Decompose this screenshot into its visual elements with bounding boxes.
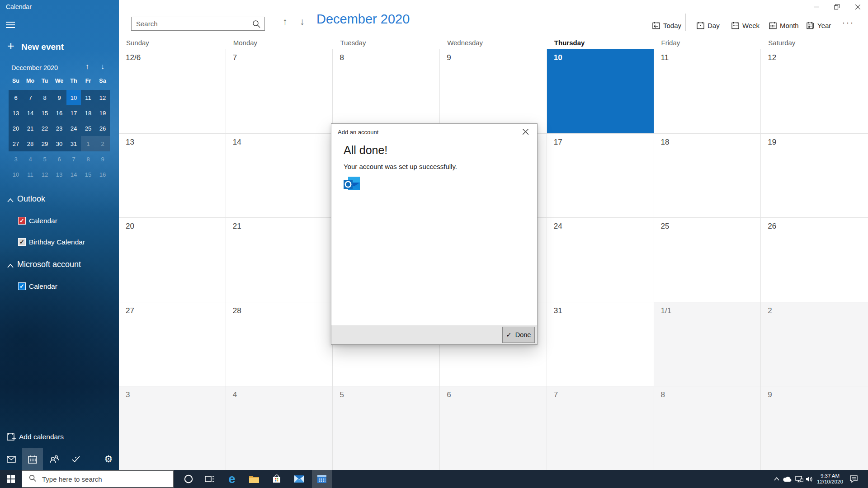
volume-icon[interactable] bbox=[804, 470, 815, 488]
mini-calendar-day-cell[interactable]: 12 bbox=[95, 90, 110, 105]
mini-calendar-day-cell[interactable]: 21 bbox=[23, 121, 38, 136]
mini-calendar-day-cell[interactable]: 11 bbox=[81, 90, 95, 105]
calendar-icon[interactable] bbox=[22, 448, 43, 470]
next-month-arrow-icon[interactable]: ↓ bbox=[300, 16, 305, 27]
network-icon[interactable] bbox=[794, 470, 805, 488]
mini-calendar-prev-arrow-icon[interactable]: ↑ bbox=[82, 62, 93, 71]
mini-calendar-day-cell[interactable]: 16 bbox=[52, 105, 66, 121]
mini-calendar-day-cell[interactable]: 10 bbox=[9, 167, 23, 182]
cortana-icon[interactable] bbox=[179, 470, 198, 488]
calendar-cell[interactable]: 9 bbox=[761, 386, 868, 470]
calendar-cell[interactable]: 9 bbox=[440, 49, 547, 133]
mini-calendar-day-cell[interactable]: 22 bbox=[38, 121, 52, 136]
calendar-cell[interactable]: 21 bbox=[226, 217, 333, 302]
mini-calendar-day-cell[interactable]: 6 bbox=[52, 151, 66, 167]
settings-gear-icon[interactable]: ⚙ bbox=[99, 448, 118, 470]
more-options-button[interactable]: ··· bbox=[842, 18, 854, 28]
mini-calendar-day-cell[interactable]: 15 bbox=[81, 167, 95, 182]
calendar-cell[interactable]: 1/1 bbox=[654, 302, 761, 386]
taskbar-clock[interactable]: 9:37 AM 12/10/2020 bbox=[814, 470, 846, 488]
calendar-cell[interactable]: 27 bbox=[119, 302, 226, 386]
mini-calendar-day-cell[interactable]: 9 bbox=[52, 90, 66, 105]
mini-calendar-day-cell[interactable]: 5 bbox=[38, 151, 52, 167]
mini-calendar-day-cell[interactable]: 17 bbox=[66, 105, 81, 121]
mini-calendar-day-cell[interactable]: 7 bbox=[23, 90, 38, 105]
calendar-cell[interactable]: 5 bbox=[333, 386, 440, 470]
calendar-cell[interactable]: 31 bbox=[547, 302, 654, 386]
task-view-icon[interactable] bbox=[200, 470, 220, 488]
microsoft-account-section-header[interactable]: Microsoft account bbox=[0, 259, 119, 271]
calendar-cell[interactable]: 13 bbox=[119, 133, 226, 218]
onedrive-cloud-icon[interactable] bbox=[782, 470, 793, 488]
calendar-cell[interactable]: 7 bbox=[547, 386, 654, 470]
year-view-button[interactable]: Year bbox=[807, 19, 831, 31]
mini-calendar-day-cell[interactable]: 4 bbox=[23, 151, 38, 167]
week-view-button[interactable]: Week bbox=[731, 19, 760, 31]
calendar-cell[interactable]: 24 bbox=[547, 217, 654, 302]
mini-calendar-day-cell[interactable]: 24 bbox=[66, 121, 81, 136]
mini-calendar-day-cell[interactable]: 27 bbox=[9, 136, 23, 151]
mini-calendar-day-cell[interactable]: 11 bbox=[23, 167, 38, 182]
tasks-check-icon[interactable] bbox=[67, 448, 85, 470]
hamburger-menu-icon[interactable] bbox=[6, 22, 15, 28]
calendar-cell[interactable]: 8 bbox=[333, 49, 440, 133]
taskbar-search[interactable]: Type here to search bbox=[22, 470, 174, 488]
checkbox-checked[interactable]: ✓ bbox=[18, 217, 26, 225]
mini-calendar-day-cell[interactable]: 26 bbox=[95, 121, 110, 136]
store-icon[interactable] bbox=[267, 470, 287, 488]
action-center-icon[interactable] bbox=[848, 470, 859, 488]
mini-calendar-day-cell[interactable]: 12 bbox=[38, 167, 52, 182]
mini-calendar-day-cell[interactable]: 28 bbox=[23, 136, 38, 151]
today-button[interactable]: Today bbox=[652, 19, 681, 31]
outlook-section-header[interactable]: Outlook bbox=[0, 194, 119, 206]
tray-chevron-up-icon[interactable] bbox=[771, 470, 782, 488]
mini-calendar-next-arrow-icon[interactable]: ↓ bbox=[97, 62, 108, 71]
mail-icon[interactable] bbox=[289, 470, 309, 488]
sidebar-item-birthday-calendar[interactable]: ✓ Birthday Calendar bbox=[0, 237, 119, 248]
dialog-close-icon[interactable] bbox=[516, 125, 534, 138]
start-button[interactable] bbox=[0, 470, 22, 488]
minimize-button[interactable] bbox=[806, 0, 826, 14]
mini-calendar-day-cell[interactable]: 19 bbox=[95, 105, 110, 121]
mini-calendar-day-cell[interactable]: 1 bbox=[81, 136, 95, 151]
mini-calendar-today-cell[interactable]: 10 bbox=[66, 90, 81, 105]
previous-month-arrow-icon[interactable]: ↑ bbox=[283, 16, 288, 27]
calendar-icon[interactable] bbox=[312, 470, 332, 488]
calendar-cell[interactable]: 26 bbox=[761, 217, 868, 302]
mini-calendar-day-cell[interactable]: 14 bbox=[23, 105, 38, 121]
mini-calendar-day-cell[interactable]: 2 bbox=[95, 136, 110, 151]
sidebar-item-microsoft-calendar[interactable]: ✓ Calendar bbox=[0, 282, 119, 292]
calendar-cell[interactable]: 28 bbox=[226, 302, 333, 386]
search-icon[interactable] bbox=[252, 19, 261, 30]
calendar-cell[interactable]: 4 bbox=[226, 386, 333, 470]
mini-calendar-day-cell[interactable]: 8 bbox=[81, 151, 95, 167]
calendar-cell[interactable]: 7 bbox=[226, 49, 333, 133]
mail-icon[interactable] bbox=[2, 448, 20, 470]
restore-button[interactable] bbox=[826, 0, 847, 14]
calendar-cell[interactable]: 3 bbox=[119, 386, 226, 470]
calendar-cell[interactable]: 25 bbox=[654, 217, 761, 302]
mini-calendar-day-cell[interactable]: 15 bbox=[38, 105, 52, 121]
mini-calendar-day-cell[interactable]: 13 bbox=[52, 167, 66, 182]
mini-calendar-day-cell[interactable]: 13 bbox=[9, 105, 23, 121]
calendar-cell[interactable]: 12 bbox=[761, 49, 868, 133]
mini-calendar-day-cell[interactable]: 25 bbox=[81, 121, 95, 136]
calendar-cell[interactable]: 18 bbox=[654, 133, 761, 218]
sidebar-item-outlook-calendar[interactable]: ✓ Calendar bbox=[0, 216, 119, 227]
mini-calendar-day-cell[interactable]: 31 bbox=[66, 136, 81, 151]
calendar-cell[interactable]: 12/6 bbox=[119, 49, 226, 133]
new-event-button[interactable]: + New event bbox=[0, 41, 119, 55]
calendar-cell-today[interactable]: 10 bbox=[547, 49, 654, 133]
month-view-button[interactable]: Month bbox=[769, 19, 799, 31]
mini-calendar-day-cell[interactable]: 30 bbox=[52, 136, 66, 151]
mini-calendar-day-cell[interactable]: 9 bbox=[95, 151, 110, 167]
mini-calendar-day-cell[interactable]: 7 bbox=[66, 151, 81, 167]
checkbox-checked[interactable]: ✓ bbox=[18, 282, 26, 290]
mini-calendar-day-cell[interactable]: 29 bbox=[38, 136, 52, 151]
mini-calendar-day-cell[interactable]: 20 bbox=[9, 121, 23, 136]
checkbox-checked[interactable]: ✓ bbox=[18, 238, 26, 246]
calendar-cell[interactable]: 20 bbox=[119, 217, 226, 302]
done-button[interactable]: ✓ Done bbox=[502, 327, 535, 343]
edge-icon[interactable]: e bbox=[222, 470, 242, 488]
mini-calendar-day-cell[interactable]: 8 bbox=[38, 90, 52, 105]
